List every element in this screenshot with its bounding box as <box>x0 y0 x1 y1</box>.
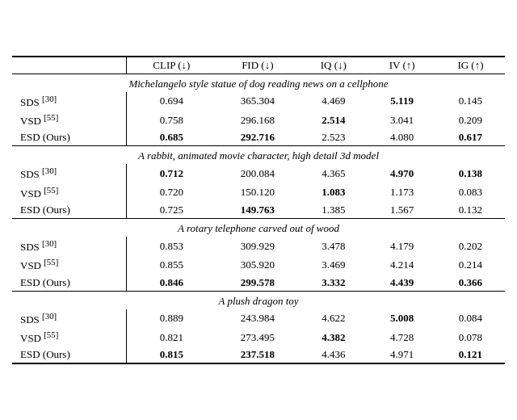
cell-iq: 1.385 <box>299 202 368 219</box>
col-header-iq: IQ (↓) <box>299 57 368 74</box>
cell-clip: 0.712 <box>127 164 216 183</box>
cell-iq: 2.514 <box>299 111 368 129</box>
cell-fid: 200.084 <box>216 164 299 183</box>
cell-iv: 4.970 <box>368 164 436 183</box>
cell-ig: 0.214 <box>436 255 505 274</box>
table-row: SDS [30]0.694365.3044.4695.1190.145 <box>12 92 505 111</box>
cell-ig: 0.138 <box>436 164 505 183</box>
cell-fid: 299.578 <box>216 275 299 292</box>
cell-clip: 0.889 <box>127 309 216 328</box>
cell-iq: 1.083 <box>299 183 368 202</box>
cell-iq: 4.622 <box>299 309 368 328</box>
cell-fid: 365.304 <box>216 92 299 111</box>
method-label: SDS [30] <box>12 164 127 183</box>
cell-ig: 0.617 <box>436 129 505 146</box>
method-label: ESD (Ours) <box>12 275 127 292</box>
table-row: ESD (Ours)0.846299.5783.3324.4390.366 <box>12 275 505 292</box>
cell-iq: 4.436 <box>299 346 368 363</box>
method-label: VSD [55] <box>12 111 127 129</box>
cell-clip: 0.758 <box>127 111 216 129</box>
cell-iv: 5.119 <box>368 92 436 111</box>
cell-iv: 3.041 <box>368 111 436 129</box>
table-row: ESD (Ours)0.815237.5184.4364.9710.121 <box>12 346 505 363</box>
results-table: CLIP (↓) FID (↓) IQ (↓) IV (↑) IG (↑) Mi… <box>12 56 505 365</box>
method-label: SDS [30] <box>12 309 127 328</box>
cell-clip: 0.815 <box>127 346 216 363</box>
cell-iv: 4.971 <box>368 346 436 363</box>
cell-clip: 0.853 <box>127 237 216 255</box>
table-row: VSD [55]0.758296.1682.5143.0410.209 <box>12 111 505 129</box>
cell-fid: 150.120 <box>216 183 299 202</box>
header-row: CLIP (↓) FID (↓) IQ (↓) IV (↑) IG (↑) <box>12 57 505 74</box>
cell-iv: 4.214 <box>368 255 436 274</box>
method-label: SDS [30] <box>12 237 127 255</box>
col-header-iv: IV (↑) <box>368 57 436 74</box>
method-label: SDS [30] <box>12 92 127 111</box>
cell-fid: 292.716 <box>216 129 299 146</box>
cell-ig: 0.132 <box>436 202 505 219</box>
cell-clip: 0.855 <box>127 255 216 274</box>
method-label: VSD [55] <box>12 255 127 274</box>
cell-iq: 4.469 <box>299 92 368 111</box>
cell-iq: 3.469 <box>299 255 368 274</box>
method-label: ESD (Ours) <box>12 346 127 363</box>
col-header-clip: CLIP (↓) <box>127 57 216 74</box>
cell-iv: 1.567 <box>368 202 436 219</box>
cell-iq: 2.523 <box>299 129 368 146</box>
cell-fid: 296.168 <box>216 111 299 129</box>
col-header-ig: IG (↑) <box>436 57 505 74</box>
table-row: SDS [30]0.889243.9844.6225.0080.084 <box>12 309 505 328</box>
cell-ig: 0.145 <box>436 92 505 111</box>
col-header-fid: FID (↓) <box>216 57 299 74</box>
cell-iv: 4.179 <box>368 237 436 255</box>
cell-ig: 0.078 <box>436 328 505 346</box>
section-header-3: A plush dragon toy <box>12 291 505 309</box>
cell-iq: 4.365 <box>299 164 368 183</box>
cell-iv: 4.080 <box>368 129 436 146</box>
cell-iv: 1.173 <box>368 183 436 202</box>
cell-fid: 305.920 <box>216 255 299 274</box>
table-row: SDS [30]0.712200.0844.3654.9700.138 <box>12 164 505 183</box>
cell-ig: 0.121 <box>436 346 505 363</box>
cell-ig: 0.083 <box>436 183 505 202</box>
cell-ig: 0.366 <box>436 275 505 292</box>
cell-clip: 0.720 <box>127 183 216 202</box>
cell-fid: 273.495 <box>216 328 299 346</box>
section-header-1: A rabbit, animated movie character, high… <box>12 146 505 165</box>
table-row: VSD [55]0.821273.4954.3824.7280.078 <box>12 328 505 346</box>
cell-ig: 0.209 <box>436 111 505 129</box>
table-row: SDS [30]0.853309.9293.4784.1790.202 <box>12 237 505 255</box>
cell-iv: 5.008 <box>368 309 436 328</box>
cell-ig: 0.202 <box>436 237 505 255</box>
cell-iq: 3.478 <box>299 237 368 255</box>
method-label: VSD [55] <box>12 183 127 202</box>
cell-clip: 0.685 <box>127 129 216 146</box>
table-row: ESD (Ours)0.725149.7631.3851.5670.132 <box>12 202 505 219</box>
col-header-method <box>12 57 127 74</box>
section-header-2: A rotary telephone carved out of wood <box>12 219 505 237</box>
cell-fid: 237.518 <box>216 346 299 363</box>
cell-iq: 3.332 <box>299 275 368 292</box>
cell-clip: 0.846 <box>127 275 216 292</box>
cell-fid: 309.929 <box>216 237 299 255</box>
cell-iv: 4.728 <box>368 328 436 346</box>
method-label: ESD (Ours) <box>12 202 127 219</box>
method-label: VSD [55] <box>12 328 127 346</box>
cell-fid: 149.763 <box>216 202 299 219</box>
cell-iv: 4.439 <box>368 275 436 292</box>
table-row: VSD [55]0.720150.1201.0831.1730.083 <box>12 183 505 202</box>
table-row: VSD [55]0.855305.9203.4694.2140.214 <box>12 255 505 274</box>
table-row: ESD (Ours)0.685292.7162.5234.0800.617 <box>12 129 505 146</box>
section-header-0: Michelangelo style statue of dog reading… <box>12 74 505 92</box>
cell-fid: 243.984 <box>216 309 299 328</box>
cell-clip: 0.725 <box>127 202 216 219</box>
cell-clip: 0.694 <box>127 92 216 111</box>
method-label: ESD (Ours) <box>12 129 127 146</box>
cell-clip: 0.821 <box>127 328 216 346</box>
cell-ig: 0.084 <box>436 309 505 328</box>
cell-iq: 4.382 <box>299 328 368 346</box>
